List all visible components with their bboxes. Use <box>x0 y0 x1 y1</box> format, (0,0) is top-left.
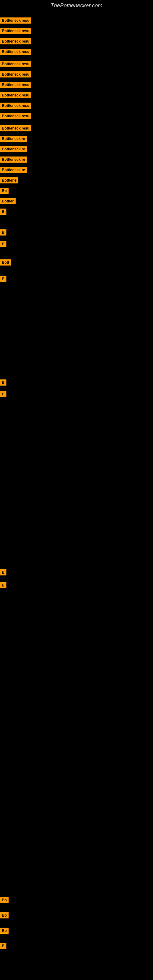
bar-row: Bott <box>0 259 153 266</box>
bar-label: Bottleneck resu <box>0 72 31 78</box>
bar-row: Bottleneck resu <box>0 92 153 98</box>
bar-row: B <box>0 208 153 215</box>
bar-row: B <box>0 379 153 385</box>
bar-label: Bottleneck resu <box>0 18 31 24</box>
bar-label: Bott <box>0 259 11 266</box>
bar-label: Bottleneck resu <box>0 92 31 98</box>
bar-label: B <box>0 208 6 215</box>
bar-row: Bottleneck resu <box>0 113 153 119</box>
bar-row: B <box>0 229 153 235</box>
bar-row: Bottleneck resu <box>0 72 153 78</box>
bar-label: B <box>0 569 6 576</box>
bar-label: B <box>0 943 6 949</box>
bar-label: Bottleneck resu <box>0 103 31 109</box>
bar-row: Bottleneck resu <box>0 103 153 109</box>
bar-label: B <box>0 229 6 235</box>
bar-label: B <box>0 241 6 247</box>
bar-label: Bottleneck resu <box>0 61 31 67</box>
bar-label: Bottleneck resu <box>0 113 31 119</box>
bar-row: B <box>0 943 153 949</box>
bar-row: Bottleneck resu <box>0 18 153 24</box>
bar-row: B <box>0 391 153 397</box>
bar-row: Bottleneck resu <box>0 82 153 88</box>
bar-row: Bottleneck resu <box>0 125 153 131</box>
bar-label: B <box>0 582 6 588</box>
bar-label: Bottleneck re <box>0 167 27 173</box>
bar-row: Bottleneck resu <box>0 61 153 67</box>
bar-label: Bottleneck re <box>0 156 27 162</box>
bar-label: B <box>0 276 6 282</box>
bar-row: Bottleneck resu <box>0 38 153 45</box>
bar-row: Bottleneck re <box>0 146 153 152</box>
bar-label: Bottler <box>0 198 16 204</box>
bar-row: Bottler <box>0 198 153 204</box>
bar-label: B <box>0 391 6 397</box>
bar-label: Bottleneck re <box>0 136 27 142</box>
bar-row: Bottleneck re <box>0 167 153 173</box>
bar-row: B <box>0 241 153 247</box>
bar-label: Bo <box>0 912 9 918</box>
bar-row: Bottleneck re <box>0 136 153 142</box>
bar-label: Bo <box>0 928 9 934</box>
bar-row: Bo <box>0 897 153 903</box>
bar-row: Bo <box>0 912 153 918</box>
bar-row: B <box>0 569 153 576</box>
bar-label: Bottleneck resu <box>0 125 31 131</box>
bar-row: B <box>0 582 153 588</box>
bar-row: B <box>0 276 153 282</box>
bar-label: Bottleneck resu <box>0 38 31 45</box>
bar-row: Bo <box>0 188 153 194</box>
bar-label: B <box>0 379 6 385</box>
bar-row: Bottlene <box>0 177 153 183</box>
bar-label: Bottleneck resu <box>0 28 31 34</box>
bar-label: Bottleneck resu <box>0 82 31 88</box>
bar-row: Bottleneck re <box>0 156 153 162</box>
bar-label: Bo <box>0 188 9 194</box>
bar-label: Bottleneck resu <box>0 49 31 55</box>
bar-row: Bottleneck resu <box>0 28 153 34</box>
bar-row: Bo <box>0 928 153 934</box>
bar-label: Bottlene <box>0 177 18 183</box>
bar-row: Bottleneck resu <box>0 49 153 55</box>
bar-label: Bo <box>0 897 9 903</box>
bar-label: Bottleneck re <box>0 146 27 152</box>
site-title: TheBottlenecker.com <box>0 0 153 11</box>
